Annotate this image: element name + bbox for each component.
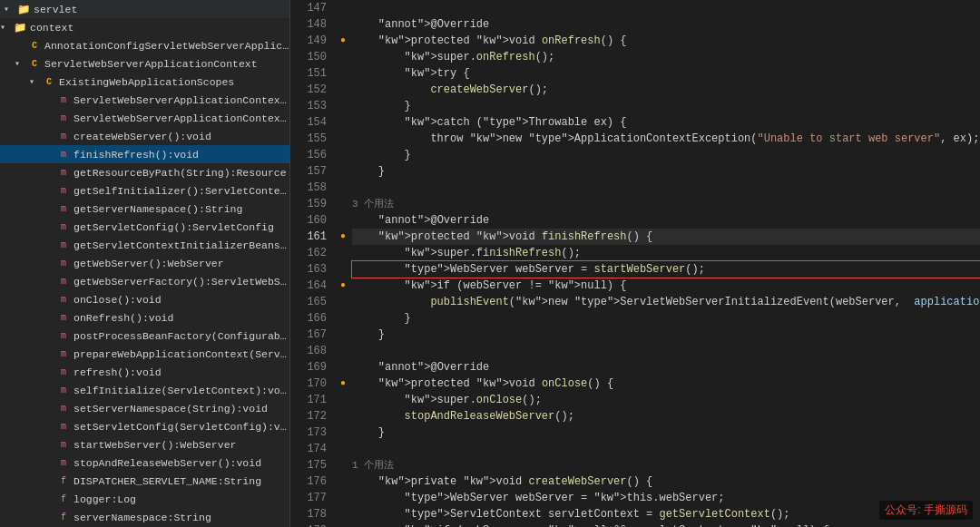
code-line: } (352, 327, 980, 343)
gutter: ●●●● (334, 0, 352, 527)
gutter-marker (334, 294, 352, 310)
line-number: 166 (305, 310, 327, 327)
tree-item-label: serverNamespace:String (74, 512, 211, 523)
code-line: createWebServer(); (352, 82, 980, 98)
line-number: 171 (305, 392, 327, 408)
code-line: } (352, 310, 980, 327)
line-number: 160 (305, 212, 327, 229)
tree-item[interactable]: msetServerNamespace(String):void (0, 399, 289, 417)
tree-item[interactable]: mServletWebServerApplicationContext(Defa… (0, 109, 289, 127)
tree-item[interactable]: mgetServerNamespace():String (0, 200, 289, 218)
tree-item[interactable]: mpostProcessBeanFactory(ConfigurableList… (0, 327, 289, 345)
code-line: "kw">super.onRefresh(); (352, 49, 980, 65)
line-number: 151 (305, 65, 327, 82)
tree-item-label: getWebServer():WebServer (74, 258, 224, 269)
tree-item-label: getResourceByPath(String):Resource (74, 167, 287, 179)
section-label: 3 个用法 (352, 199, 394, 210)
line-number: 174 (305, 441, 327, 457)
line-number: 179 (305, 522, 327, 527)
code-content: 1471481491501511521531541551561571581591… (290, 0, 980, 527)
gutter-marker (334, 392, 352, 408)
tree-item-label: ServletWebServerApplicationContext(Defau… (74, 112, 289, 124)
gutter-marker (334, 0, 352, 16)
code-line: "kw">super.onClose(); (352, 392, 980, 408)
tree-item[interactable]: monRefresh():void (0, 308, 289, 327)
gutter-marker (334, 490, 352, 506)
tree-item[interactable]: msetServletConfig(ServletConfig):void (0, 417, 289, 435)
tree-item[interactable]: mcreateWebServer():void (0, 127, 289, 145)
code-line: "kw">if (webServer != "kw">null) { (352, 278, 980, 294)
line-number: 178 (305, 506, 327, 522)
tree-item[interactable]: CAnnotationConfigServletWebServerApplica… (0, 36, 289, 54)
tree-item-icon: m (56, 222, 71, 232)
tree-item[interactable]: mgetSelfInitializer():ServletContextInit… (0, 181, 289, 200)
tree-item-icon: m (56, 186, 71, 196)
root-folder-icon: 📁 (16, 3, 31, 15)
tree-item[interactable]: mprepareWebApplicationContext(ServletCon… (0, 345, 289, 363)
tree-item-icon: m (56, 422, 71, 432)
tree-item-label: finishRefresh():void (74, 149, 199, 161)
line-number: 162 (305, 245, 327, 261)
gutter-marker (334, 147, 352, 163)
tree-item-icon: m (56, 204, 71, 214)
tree-item-icon: f (56, 476, 71, 486)
tree-item[interactable]: monClose():void (0, 290, 289, 308)
code-line: "kw">protected "kw">void onRefresh() { (352, 33, 980, 49)
tree-item-icon: m (56, 440, 71, 450)
gutter-marker (334, 522, 352, 527)
tree-item-label: onClose():void (74, 294, 162, 306)
tree-item-icon: m (56, 168, 71, 178)
line-number: 164 (305, 278, 327, 294)
gutter-marker (334, 359, 352, 376)
tree-item[interactable]: mgetServletConfig():ServletConfig (0, 218, 289, 236)
tree-item-label: logger:Log (74, 493, 136, 505)
tree-item[interactable]: mselfInitialize(ServletContext):void (0, 381, 289, 399)
tree-item[interactable]: ▾📁context (0, 18, 289, 36)
tree-item[interactable]: ▾CExistingWebApplicationScopes (0, 73, 289, 91)
line-number: 165 (305, 294, 327, 310)
tree-item-label: ExistingWebApplicationScopes (59, 76, 234, 88)
tree-item[interactable]: mgetServletContextInitializerBeans():Col… (0, 236, 289, 254)
code-line: } (352, 98, 980, 114)
gutter-marker (334, 65, 352, 82)
tree-item-label: postProcessBeanFactory(ConfigurableLista… (74, 330, 289, 342)
tree-item[interactable]: mstartWebServer():WebServer (0, 435, 289, 454)
line-number: 169 (305, 359, 327, 376)
code-line: throw "kw">new "type">ApplicationContext… (352, 131, 980, 147)
file-tree-sidebar[interactable]: ▾ 📁 servlet ▾📁context CAnnotationConfigS… (0, 0, 290, 527)
tree-root[interactable]: ▾ 📁 servlet (0, 0, 289, 18)
code-line: } (352, 163, 980, 180)
code-line: "kw">if (webServer == "kw">null && servl… (352, 522, 980, 527)
tree-item[interactable]: mfinishRefresh():void (0, 145, 289, 163)
tree-item-label: DISPATCHER_SERVLET_NAME:String (74, 475, 261, 487)
code-line: "kw">super.finishRefresh(); (352, 245, 980, 261)
tree-item[interactable]: mServletWebServerApplicationContext() (0, 91, 289, 109)
tree-item[interactable]: mgetWebServer():WebServer (0, 254, 289, 272)
line-number: 168 (305, 343, 327, 359)
tree-item[interactable]: mrefresh():void (0, 363, 289, 381)
tree-items: ▾📁context CAnnotationConfigServletWebSer… (0, 18, 289, 527)
gutter-marker (334, 180, 352, 196)
tree-item-label: getSelfInitializer():ServletContextIniti… (74, 185, 289, 197)
tree-item[interactable]: ▾CServletWebServerApplicationContext (0, 54, 289, 73)
tree-item[interactable]: mgetWebServerFactory():ServletWebServerF… (0, 272, 289, 290)
tree-arrow: ▾ (0, 22, 13, 33)
tree-item[interactable]: fserverNamespace:String (0, 508, 289, 526)
tree-item-label: ServletWebServerApplicationContext (44, 58, 258, 70)
line-numbers: 1471481491501511521531541551561571581591… (290, 0, 334, 527)
code-editor[interactable]: 1471481491501511521531541551561571581591… (290, 0, 980, 527)
gutter-marker (334, 506, 352, 522)
tree-item[interactable]: mgetResourceByPath(String):Resource (0, 163, 289, 181)
tree-item[interactable]: fDISPATCHER_SERVLET_NAME:String (0, 472, 289, 490)
gutter-marker (334, 49, 352, 65)
tree-item-icon: m (56, 277, 71, 287)
tree-item[interactable]: mstopAndReleaseWebServer():void (0, 454, 289, 472)
tree-item-label: stopAndReleaseWebServer():void (74, 457, 261, 469)
line-number: 172 (305, 408, 327, 425)
gutter-marker: ● (334, 33, 352, 49)
tree-item[interactable]: flogger:Log (0, 490, 289, 508)
gutter-marker (334, 114, 352, 131)
gutter-marker (334, 261, 352, 278)
line-number: 156 (305, 147, 327, 163)
code-line (352, 343, 980, 359)
